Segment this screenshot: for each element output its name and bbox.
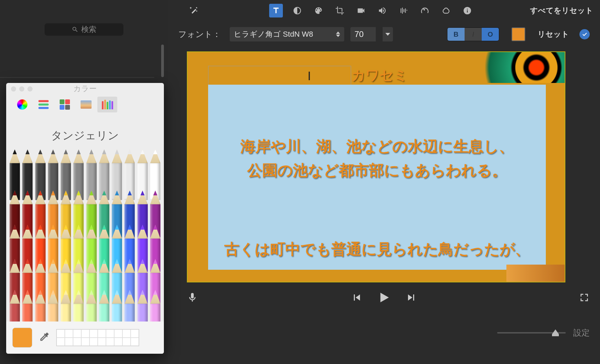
outline-button[interactable]: O (482, 28, 499, 41)
info-tab[interactable] (460, 4, 474, 17)
settings-button[interactable]: 設定 (573, 327, 590, 338)
italic-button[interactable]: I (465, 28, 482, 41)
text-color-swatch[interactable] (512, 27, 525, 41)
filter-tab[interactable] (439, 4, 453, 17)
swatch-cell[interactable] (106, 329, 114, 338)
bold-button[interactable]: B (447, 28, 465, 41)
pencil-color[interactable] (48, 303, 58, 324)
contrast-icon (293, 6, 302, 15)
reset-button[interactable]: リセット (538, 29, 569, 39)
stepper-icon (336, 32, 340, 37)
pencil-color[interactable] (35, 303, 46, 324)
saved-swatches-grid[interactable] (56, 329, 139, 346)
pencil-color[interactable] (99, 303, 109, 324)
text-icon (272, 6, 280, 15)
volume-tab[interactable] (375, 4, 389, 17)
swatch-cell[interactable] (57, 329, 65, 338)
font-label: フォント： (178, 29, 221, 40)
zoom-slider[interactable] (497, 332, 566, 333)
pencil-color[interactable] (86, 303, 97, 324)
swatch-cell[interactable] (73, 329, 81, 338)
swatch-cell[interactable] (89, 338, 98, 346)
titles-tab[interactable] (269, 4, 283, 17)
apply-button[interactable] (579, 29, 590, 39)
title-text[interactable]: カワセミ (351, 66, 408, 85)
swatch-cell[interactable] (131, 329, 139, 338)
pencils-tab[interactable] (97, 97, 117, 112)
palette-tab[interactable] (312, 4, 325, 17)
microphone-icon (187, 292, 198, 303)
next-frame-button[interactable] (405, 291, 417, 305)
swatch-cell[interactable] (89, 329, 98, 338)
swatch-cell[interactable] (57, 338, 65, 346)
play-button[interactable] (377, 290, 391, 306)
font-family-dropdown[interactable]: ヒラギノ角ゴ StdN W8 (230, 27, 344, 41)
pencil-row (10, 204, 160, 238)
pencil-color[interactable] (137, 303, 148, 324)
search-input[interactable]: 検索 (45, 23, 123, 36)
pencil-color[interactable] (150, 303, 160, 324)
zoom-thumb[interactable] (552, 329, 559, 336)
fullscreen-button[interactable] (579, 292, 590, 304)
sidebar-scrollbar[interactable] (161, 45, 164, 77)
font-size-dropdown[interactable] (383, 27, 393, 41)
pencil-color[interactable] (10, 303, 20, 324)
swatch-cell[interactable] (65, 329, 73, 338)
current-color-swatch[interactable] (12, 328, 32, 348)
color-picker-window: カラー タンジェリン (6, 83, 164, 354)
eq-tab[interactable] (397, 4, 410, 17)
pencil-color[interactable] (61, 303, 71, 324)
reset-all-button[interactable]: すべてをリセット (530, 5, 593, 16)
pencil-row (10, 303, 160, 324)
crop-icon (335, 6, 344, 15)
speaker-icon (378, 6, 387, 15)
swatch-cell[interactable] (114, 329, 122, 338)
swatch-cell[interactable] (122, 338, 131, 346)
expand-icon (579, 292, 590, 303)
prev-frame-button[interactable] (351, 291, 363, 305)
swatch-cell[interactable] (81, 338, 89, 346)
swatch-cell[interactable] (106, 338, 114, 346)
voiceover-button[interactable] (187, 292, 198, 304)
pencil-color[interactable] (112, 303, 122, 324)
check-icon (581, 31, 588, 37)
pencil-color[interactable] (73, 303, 84, 324)
stabilize-tab[interactable] (354, 4, 368, 17)
swatch-cell[interactable] (131, 338, 139, 346)
preview-viewer[interactable]: Ⅰ カワセミ 海岸や川、湖、池などの水辺に生息し、 公園の池など都市部にもあらわ… (187, 51, 565, 282)
auto-enhance-button[interactable] (187, 4, 201, 17)
eyedropper-icon (38, 331, 50, 343)
body-paragraph-2: 古くは町中でも普通に見られた鳥だったが、 (208, 239, 546, 259)
body-text-container[interactable]: 海岸や川、湖、池などの水辺に生息し、 公園の池など都市部にもあらわれる。 古くは… (208, 85, 546, 270)
swatch-cell[interactable] (65, 338, 73, 346)
image-palette-tab[interactable] (76, 97, 96, 112)
swatch-cell[interactable] (98, 329, 106, 338)
swatch-cell[interactable] (122, 329, 131, 338)
pencil-color[interactable] (22, 303, 33, 324)
eyedropper-button[interactable] (38, 331, 50, 344)
magic-wand-icon (189, 5, 199, 16)
font-family-value: ヒラギノ角ゴ StdN W8 (234, 29, 313, 39)
font-size-field[interactable]: 70 (350, 27, 376, 41)
swatch-cell[interactable] (73, 338, 81, 346)
color-sliders-tab[interactable] (34, 97, 53, 112)
background-image-bottom (506, 265, 565, 282)
pencil-row (10, 238, 160, 272)
skip-next-icon (405, 291, 417, 304)
window-traffic-lights[interactable] (11, 86, 33, 92)
color-palette-tab[interactable] (55, 97, 75, 112)
crop-tab[interactable] (333, 4, 347, 17)
pencil-row (10, 162, 160, 200)
title-text-selection[interactable] (208, 66, 351, 85)
speed-tab[interactable] (418, 4, 432, 17)
color-tab[interactable] (290, 4, 304, 17)
image-icon (81, 100, 92, 109)
divider (0, 77, 154, 78)
swatch-cell[interactable] (114, 338, 122, 346)
color-wheel-tab[interactable] (12, 97, 32, 112)
text-style-group: B I O (447, 27, 499, 41)
color-window-titlebar[interactable]: カラー (6, 83, 164, 95)
pencil-color[interactable] (124, 303, 135, 324)
swatch-cell[interactable] (81, 329, 89, 338)
swatch-cell[interactable] (98, 338, 106, 346)
